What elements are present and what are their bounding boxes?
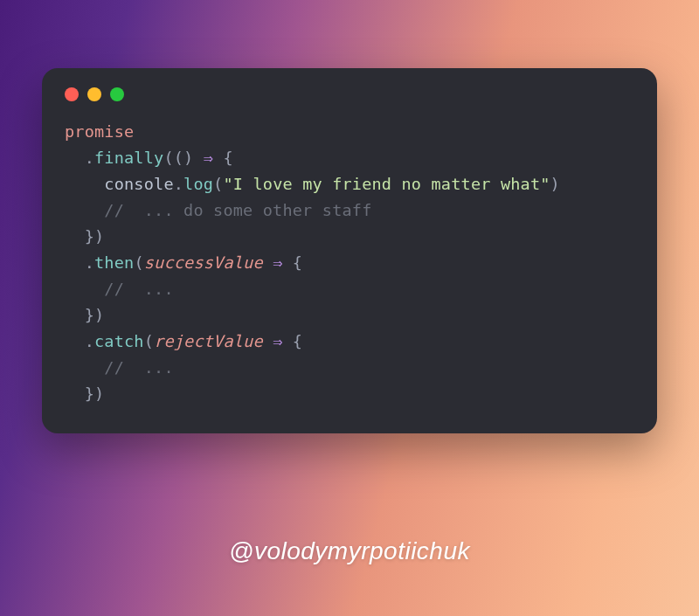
code-token: catch — [94, 332, 144, 350]
code-token: log — [183, 175, 213, 193]
code-token: ( — [144, 332, 154, 350]
code-token: rejectValue — [154, 332, 263, 350]
code-token: ⇒ — [273, 253, 282, 272]
code-token: ( — [213, 175, 223, 193]
code-token: . — [65, 149, 94, 167]
code-token — [65, 175, 104, 193]
code-token: }) — [65, 306, 104, 324]
code-token: // ... — [104, 358, 173, 377]
close-icon[interactable] — [65, 87, 79, 101]
code-token: { — [213, 149, 233, 167]
code-token: ⇒ — [204, 149, 213, 167]
code-token: console — [104, 175, 173, 193]
code-window: promise .finally(() ⇒ { console.log("I l… — [42, 68, 657, 433]
code-block: promise .finally(() ⇒ { console.log("I l… — [65, 119, 634, 407]
code-token: { — [282, 332, 302, 350]
code-token: successValue — [144, 253, 263, 272]
code-token: // ... do some other staff — [104, 201, 371, 219]
code-token: ⇒ — [273, 332, 282, 350]
code-token: // ... — [104, 280, 173, 298]
code-token: . — [65, 253, 94, 272]
code-token: ) — [550, 175, 560, 193]
minimize-icon[interactable] — [87, 87, 101, 101]
code-token: "I love my friend no matter what" — [223, 175, 550, 193]
code-token: . — [65, 332, 94, 350]
code-token: promise — [65, 122, 134, 141]
code-token — [263, 332, 273, 350]
code-token: finally — [94, 149, 163, 167]
code-token: { — [282, 253, 302, 272]
code-token: }) — [65, 384, 104, 403]
maximize-icon[interactable] — [110, 87, 124, 101]
code-token — [263, 253, 273, 272]
code-token: }) — [65, 227, 104, 246]
code-token — [65, 201, 104, 219]
code-token: then — [94, 253, 134, 272]
code-token: . — [174, 175, 183, 193]
code-token — [65, 358, 104, 377]
window-controls — [65, 87, 634, 101]
code-token: (() — [163, 149, 203, 167]
credit-handle: @volodymyrpotiichuk — [0, 537, 699, 565]
code-token — [65, 280, 104, 298]
code-token: ( — [134, 253, 143, 272]
